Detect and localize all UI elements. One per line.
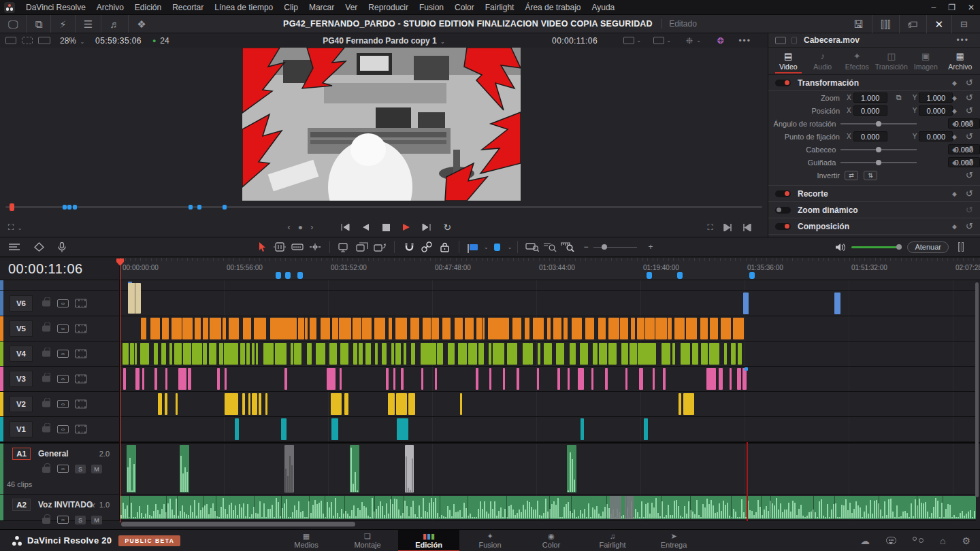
track-enable-icon[interactable] [75, 324, 87, 333]
clip[interactable] [404, 343, 406, 365]
effects-library-button[interactable]: ⚡ [51, 15, 76, 33]
clip[interactable] [512, 318, 521, 339]
clip[interactable] [653, 368, 655, 390]
home-icon[interactable]: ⌂ [940, 535, 945, 546]
clip[interactable] [442, 318, 451, 339]
clip[interactable] [162, 318, 169, 339]
clip[interactable] [154, 343, 158, 365]
clip[interactable] [340, 343, 348, 365]
clip[interactable] [242, 393, 245, 415]
keywords-button[interactable]: 🏷 [900, 15, 927, 33]
clip[interactable] [458, 343, 467, 365]
y-value-field[interactable]: 0.000 [919, 131, 953, 141]
clip[interactable] [225, 393, 238, 415]
clip[interactable] [316, 343, 325, 365]
cinema-viewer-button[interactable]: ⛶ [708, 222, 713, 232]
clip[interactable] [298, 318, 304, 339]
clip[interactable] [140, 343, 149, 365]
timeline-view-options-button[interactable] [5, 242, 23, 252]
clip[interactable] [396, 393, 407, 415]
clip[interactable] [135, 343, 137, 365]
clip[interactable] [395, 343, 401, 365]
reset-icon[interactable]: ↺ [966, 205, 973, 215]
flip-horizontal-button[interactable]: ⇄ [845, 171, 858, 180]
clip[interactable] [393, 368, 395, 390]
cloud-icon[interactable]: ☁ [860, 535, 870, 546]
marker-button[interactable] [489, 244, 506, 251]
auto-select-icon[interactable]: ‹› [57, 299, 69, 307]
clip[interactable] [192, 343, 202, 365]
clip[interactable] [701, 343, 708, 365]
crop-tool-button[interactable]: ⛶ ⌄ [8, 222, 22, 232]
clip[interactable] [742, 368, 747, 390]
track-lane-v7[interactable] [120, 280, 976, 291]
solo-button[interactable]: S [75, 516, 86, 524]
clip[interactable] [229, 318, 239, 339]
clip[interactable] [448, 343, 455, 365]
viewer-marker-icon[interactable] [197, 205, 201, 210]
track-lock-icon[interactable] [42, 301, 50, 307]
reset-icon[interactable]: ↺ [966, 78, 973, 88]
y-value-field[interactable]: 0.000 [919, 105, 953, 116]
clip[interactable] [483, 318, 485, 339]
viewer-scrubber[interactable] [5, 205, 762, 210]
clip[interactable] [591, 368, 593, 390]
menu--rea-de-trabajo[interactable]: Área de trabajo [519, 1, 586, 14]
reset-icon[interactable]: ↺ [966, 118, 973, 129]
clip[interactable] [630, 343, 637, 365]
dynamic-trim-button[interactable] [306, 242, 324, 252]
tab-audio[interactable]: ♪Audio [806, 48, 840, 74]
clip[interactable] [621, 343, 628, 365]
close-button[interactable]: ✕ [968, 3, 975, 12]
toggle-switch[interactable] [775, 190, 791, 197]
clip[interactable] [644, 418, 648, 440]
track-enable-icon[interactable] [75, 375, 87, 384]
selection-mode-button[interactable] [253, 241, 271, 252]
media-pool-toggle[interactable]: 🖵 [0, 15, 27, 33]
reset-icon[interactable]: ↺ [966, 221, 973, 231]
clip[interactable] [663, 368, 666, 390]
clip[interactable] [455, 318, 463, 339]
track-header-v3[interactable]: V3‹› [0, 367, 120, 392]
clip[interactable] [620, 318, 628, 339]
clip[interactable] [568, 368, 570, 390]
clip[interactable] [493, 343, 504, 365]
clip[interactable] [662, 343, 670, 365]
clip[interactable] [130, 343, 134, 365]
play-button[interactable] [397, 220, 415, 235]
clip[interactable] [235, 418, 239, 440]
flag-chevron-icon[interactable]: ⌄ [484, 244, 489, 250]
davinci-logo-icon[interactable] [4, 2, 15, 13]
clip[interactable] [209, 343, 216, 365]
clip[interactable] [460, 393, 462, 415]
clip[interactable] [386, 368, 389, 390]
tab-video[interactable]: ▤Video [771, 48, 806, 74]
clip[interactable] [395, 318, 407, 339]
clip[interactable] [683, 393, 694, 415]
clip[interactable] [259, 393, 261, 415]
clip[interactable] [423, 318, 431, 339]
clip[interactable] [465, 318, 474, 339]
audio-clip[interactable] [284, 445, 294, 492]
clip[interactable] [421, 368, 423, 390]
clip[interactable] [188, 368, 191, 390]
value-slider[interactable] [840, 120, 917, 127]
clip[interactable] [608, 343, 617, 365]
replace-clip-button[interactable] [371, 242, 389, 252]
first-frame-button[interactable] [336, 220, 354, 235]
clip[interactable] [581, 418, 584, 440]
y-value-field[interactable]: 1.000 [919, 93, 953, 103]
auto-select-icon[interactable]: ‹› [57, 350, 69, 358]
reset-icon[interactable]: ↺ [966, 93, 973, 103]
clip[interactable] [353, 318, 361, 339]
tab-archivo[interactable]: ▦Archivo [943, 48, 978, 74]
track-label[interactable]: V5 [10, 320, 33, 337]
timeline-marker-icon[interactable] [749, 272, 755, 279]
clip[interactable] [365, 343, 371, 365]
clip[interactable] [638, 343, 656, 365]
keyframe-icon[interactable]: ◆ [952, 133, 957, 140]
maximize-button[interactable]: ❐ [948, 3, 956, 12]
clip[interactable] [225, 368, 227, 390]
track-lane-a1[interactable] [120, 444, 976, 495]
clip[interactable] [254, 318, 266, 339]
